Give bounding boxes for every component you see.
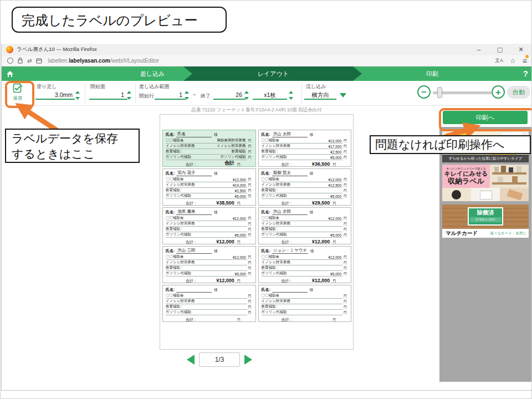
field-value: ¥19,000	[233, 183, 247, 187]
field-label: イノシシ対策業務	[262, 144, 291, 149]
url-text[interactable]: labelten.labelyasan.com/web/#/LayoutEdit…	[48, 58, 159, 64]
label-sticker[interactable]: 氏名:渋山 次郎様〇〇補助金¥12,000円イノシシ対策業務円教育補助 :円ガソ…	[258, 207, 352, 244]
copies-stepper[interactable]	[288, 91, 293, 100]
ad-banner-storage-labels[interactable]: キッチンやランドリーで使える キレイにみせる 収納ラベル	[442, 165, 529, 201]
start-row-stepper[interactable]	[184, 91, 189, 100]
container-tab-icon[interactable]	[36, 58, 42, 64]
field-label: 〇〇補助金	[262, 177, 280, 182]
help-button[interactable]: ?	[523, 66, 528, 81]
tab-layout[interactable]: レイアウト	[258, 66, 289, 81]
lock-icon[interactable]	[18, 58, 23, 64]
maximize-button[interactable]: ▢	[489, 44, 510, 55]
yen-unit: 円	[237, 162, 242, 167]
yen-unit: 円	[344, 155, 348, 160]
zoom-in-button[interactable]: +	[492, 85, 505, 99]
ad2-shelf-photo	[490, 165, 529, 188]
yen-unit: 円	[344, 183, 348, 188]
save-label: 保存	[8, 95, 27, 102]
bleed-stepper[interactable]	[75, 91, 80, 100]
go-to-print-button[interactable]: 印刷へ	[443, 111, 528, 124]
flow-value[interactable]: 横方向	[304, 91, 336, 100]
close-button[interactable]: ✕	[510, 44, 531, 55]
field-label: ガソリン代補助	[262, 271, 287, 276]
label-sticker[interactable]: 氏名:渋山 三郎様〇〇補助金¥12,000円イノシシ対策業務円教育補助 :円ガソ…	[162, 246, 256, 283]
total-label: 合計 :	[282, 201, 291, 206]
sync-arrows-icon[interactable]: ⇄	[27, 58, 32, 64]
copies-value[interactable]: x1枚	[253, 91, 287, 100]
jar-shape	[501, 166, 506, 172]
label-sticker[interactable]: 氏名:ジョン・ミヤウチ様〇〇補助金¥12,000円イノシシ対策業務円教育補助 :…	[258, 246, 352, 283]
label-name-row: 氏名:様	[166, 287, 253, 293]
next-page-icon[interactable]	[244, 355, 252, 365]
start-face-value[interactable]: 1	[89, 91, 127, 100]
yen-unit: 円	[237, 318, 242, 322]
sterilized-sign: 除菌済 STERILIZED	[468, 207, 503, 226]
label-field-row: 〇〇補助金¥12,000円	[166, 254, 253, 260]
yen-unit: 円	[248, 272, 253, 277]
zoom-slider-handle[interactable]	[437, 87, 442, 98]
label-sticker[interactable]: 氏名:池黒 麗美様〇〇補助金¥12,000円イノシシ対策業務円教育補助 :円ガソ…	[162, 207, 256, 244]
start-row-value[interactable]: 1	[155, 91, 186, 100]
ad2-text-block: キッチンやランドリーで使える キレイにみせる 収納ラベル	[442, 165, 490, 188]
total-value: ¥36,500	[294, 161, 331, 167]
tab-merge[interactable]: 差し込み	[140, 66, 165, 81]
total-label: 合計 :	[186, 162, 196, 167]
label-sticker[interactable]: 氏名:氏名様〇〇補助金鳥獣被害対策業務円イノシシ対策業務イノシシ対策業務円教育補…	[162, 130, 256, 167]
url-bar[interactable]: ⇄ labelten.labelyasan.com/web/#/LayoutEd…	[2, 55, 531, 66]
field-value: ¥2,500	[235, 189, 247, 193]
yen-unit: 円	[248, 222, 253, 227]
yen-unit: 円	[332, 240, 337, 244]
total-value: ¥29,500	[294, 200, 331, 206]
tab-print[interactable]: 印刷	[426, 66, 438, 81]
label-sticker[interactable]: 氏名:宮内 花子様〇〇補助金¥12,000円イノシシ対策業務¥19,000円教育…	[162, 168, 256, 206]
label-total-row: 合計 :¥12,000円	[262, 238, 349, 244]
label-sticker[interactable]: 氏名:梨郷 賢太様〇〇補助金¥12,000円イノシシ対策業務¥12,500円教育…	[258, 168, 352, 206]
window-title: ラベル屋さん10 — Mozilla Firefox	[17, 46, 97, 53]
home-button[interactable]	[2, 66, 18, 81]
label-field-row: ガソリン代補助¥5,000円	[166, 193, 253, 199]
label-name-row: 氏名:梨郷 賢太様	[262, 170, 349, 176]
field-value: ¥5,000	[330, 233, 342, 237]
label-sticker[interactable]: 氏名:様〇〇補助金円イノシシ対策業務円教育補助 :円ガソリン代補助円合計 :円	[258, 285, 352, 322]
field-label: 〇〇補助金	[166, 216, 184, 221]
name-field-label: 氏名:	[166, 171, 175, 176]
divider	[135, 83, 136, 103]
field-label: ガソリン代補助	[166, 193, 191, 198]
label-field-row: イノシシ対策業務円	[262, 299, 349, 304]
field-value: ¥5,000	[330, 195, 342, 198]
browser-titlebar: ラベル屋さん10 — Mozilla Firefox – ▢ ✕	[2, 44, 531, 55]
field-label: 教育補助 :	[166, 149, 182, 154]
field-label: イノシシ対策業務	[262, 260, 291, 265]
minimize-button[interactable]: –	[468, 44, 489, 55]
label-sticker[interactable]: 氏名:様〇〇補助金円イノシシ対策業務円教育補助 :円ガソリン代補助円合計 :円	[162, 285, 256, 322]
auto-zoom-button[interactable]: 自動	[507, 86, 530, 99]
ad-banner-multicard[interactable]: 除菌済 STERILIZED マルチカード 様々なカード・表示に	[442, 204, 529, 238]
field-label: 〇〇補助金	[166, 138, 184, 143]
yen-unit: 円	[248, 227, 253, 232]
firefox-icon	[6, 46, 13, 53]
honorific: 様	[214, 288, 218, 293]
yen-unit: 円	[332, 162, 337, 167]
reader-circle-icon[interactable]	[7, 58, 13, 64]
translate-icon[interactable]: 文A	[495, 57, 503, 64]
yen-unit: 円	[344, 272, 348, 277]
label-field-row: イノシシ対策業務¥17,000円	[262, 144, 349, 149]
menu-icon[interactable]: ≡	[523, 57, 527, 65]
bookmark-star-icon[interactable]: ☆	[510, 57, 516, 65]
range-tilde: ~	[193, 92, 196, 98]
label-total-row: 合計 :合計円	[166, 160, 253, 167]
label-sticker[interactable]: 氏名:渋山 太郎様〇〇補助金¥12,000円イノシシ対策業務¥17,000円教育…	[258, 130, 352, 167]
zoom-out-button[interactable]: −	[417, 85, 431, 99]
prev-page-icon[interactable]	[187, 355, 195, 365]
yen-unit: 円	[248, 144, 253, 149]
start-face-stepper[interactable]	[126, 91, 131, 100]
bleed-value[interactable]: 3.0mm	[35, 91, 75, 100]
yen-unit: 円	[344, 216, 348, 221]
flow-dropdown-icon[interactable]	[340, 93, 346, 98]
end-value[interactable]: 26	[213, 91, 245, 100]
end-stepper[interactable]	[244, 91, 249, 100]
save-button[interactable]: 保存	[8, 83, 27, 102]
name-field-label: 氏名:	[262, 248, 270, 254]
label-field-row: イノシシ対策業務円	[166, 299, 253, 304]
yen-unit: 円	[332, 201, 337, 206]
